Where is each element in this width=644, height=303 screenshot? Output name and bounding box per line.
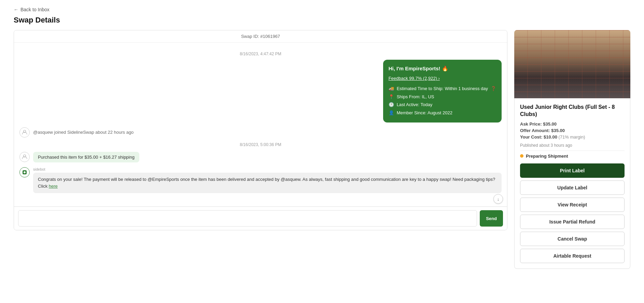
offer-label: Offer Amount: (520, 128, 550, 133)
ships-from-row: 📍 Ships From: IL, US (389, 93, 496, 101)
help-icon: ❓ (491, 85, 496, 92)
swap-id-bar: Swap ID: #1061967 (14, 30, 507, 43)
sidebot-row: sidebot Congrats on your sale! The payme… (19, 167, 502, 193)
back-arrow-icon: ← (14, 7, 18, 12)
cost-value: $10.00 (544, 134, 557, 140)
joined-text: @asquew joined SidelineSwap about 22 hou… (33, 130, 134, 135)
item-name: Used Junior Right Clubs (Full Set - 8 Cl… (520, 104, 625, 118)
buyer-avatar-small (19, 127, 30, 138)
bubble-greeting: Hi, I'm EmpireSports! 🔥 (389, 64, 496, 73)
back-to-inbox-link[interactable]: ← Back to Inbox (14, 7, 630, 12)
clock-icon: 🕐 (389, 101, 394, 109)
seller-bubble-row: Hi, I'm EmpireSports! 🔥 Feedback 99.7% (… (19, 60, 502, 122)
ask-price-row: Ask Price: $35.00 (520, 121, 625, 127)
view-receipt-button[interactable]: View Receipt (520, 198, 625, 212)
status-text: Preparing Shipment (526, 154, 568, 159)
chat-input-area: Send (14, 206, 507, 230)
print-label-button[interactable]: Print Label (520, 163, 625, 178)
cost-label: Your Cost: (520, 134, 542, 140)
timestamp-1: 8/16/2023, 4:47:42 PM (19, 52, 502, 56)
scroll-down-button[interactable]: ↓ (493, 194, 503, 204)
chat-panel: Swap ID: #1061967 8/16/2023, 4:47:42 PM … (14, 30, 507, 230)
message-input[interactable] (18, 210, 477, 227)
buyer-avatar-small-2 (19, 152, 30, 162)
sidebot-packaging-link[interactable]: here (49, 184, 58, 189)
truck-icon: 🚚 (389, 85, 394, 92)
item-panel: Used Junior Right Clubs (Full Set - 8 Cl… (514, 30, 630, 269)
back-link-label: Back to Inbox (20, 7, 50, 12)
ships-from-text: Ships From: IL, US (397, 93, 434, 101)
issue-refund-button[interactable]: Issue Partial Refund (520, 215, 625, 229)
offer-row: Offer Amount: $35.00 (520, 128, 625, 133)
item-details: Used Junior Right Clubs (Full Set - 8 Cl… (514, 98, 630, 269)
sidebot-avatar (19, 167, 30, 177)
sidebot-content: sidebot Congrats on your sale! The payme… (33, 167, 502, 193)
messages-area[interactable]: 8/16/2023, 4:47:42 PM Hi, I'm EmpireSpor… (14, 43, 507, 206)
update-label-button[interactable]: Update Label (520, 181, 625, 195)
cost-row: Your Cost: $10.00 (71% margin) (520, 134, 625, 140)
purchase-bubble: Purchased this item for $35.00 + $16.27 … (33, 152, 139, 162)
member-since-text: Member Since: August 2022 (397, 110, 452, 117)
sidebot-message-text: Congrats on your sale! The payment will … (38, 177, 495, 189)
page-title: Swap Details (14, 16, 630, 25)
timestamp-2: 8/16/2023, 5:00:36 PM (19, 142, 502, 147)
status-badge: Preparing Shipment (520, 154, 625, 159)
sidebot-bubble: Congrats on your sale! The payment will … (33, 173, 502, 193)
ask-price-value: $35.00 (543, 121, 557, 127)
margin-text: (71% margin) (559, 134, 585, 140)
feedback-text: Feedback 99.7% (2,922) › (389, 75, 440, 82)
joined-message-row: @asquew joined SidelineSwap about 22 hou… (19, 127, 502, 138)
ship-time-row: 🚚 Estimated Time to Ship: Within 1 busin… (389, 85, 496, 92)
offer-value: $35.00 (551, 128, 565, 133)
feedback-link[interactable]: Feedback 99.7% (2,922) › (389, 75, 440, 82)
purchase-message-row: Purchased this item for $35.00 + $16.27 … (19, 152, 502, 162)
ask-price-label: Ask Price: (520, 121, 542, 127)
send-button[interactable]: Send (480, 210, 503, 227)
seller-intro-bubble: Hi, I'm EmpireSports! 🔥 Feedback 99.7% (… (383, 60, 502, 122)
published-text: Published about 3 hours ago (520, 143, 625, 148)
member-since-row: 👤 Member Since: August 2022 (389, 110, 496, 117)
last-active-text: Last Active: Today (397, 101, 433, 109)
action-buttons: Print Label Update Label View Receipt Is… (520, 163, 625, 263)
cancel-swap-button[interactable]: Cancel Swap (520, 232, 625, 246)
last-active-row: 🕐 Last Active: Today (389, 101, 496, 109)
person-icon: 👤 (389, 110, 394, 117)
golf-bag-photo (514, 30, 630, 98)
status-dot (520, 154, 523, 158)
svg-point-3 (24, 171, 26, 173)
location-icon: 📍 (389, 93, 394, 101)
item-image (514, 30, 630, 98)
sidebot-label: sidebot (33, 167, 502, 171)
ship-time-text: Estimated Time to Ship: Within 1 busines… (397, 85, 488, 92)
airtable-request-button[interactable]: Airtable Request (520, 249, 625, 263)
divider-1 (520, 150, 625, 151)
